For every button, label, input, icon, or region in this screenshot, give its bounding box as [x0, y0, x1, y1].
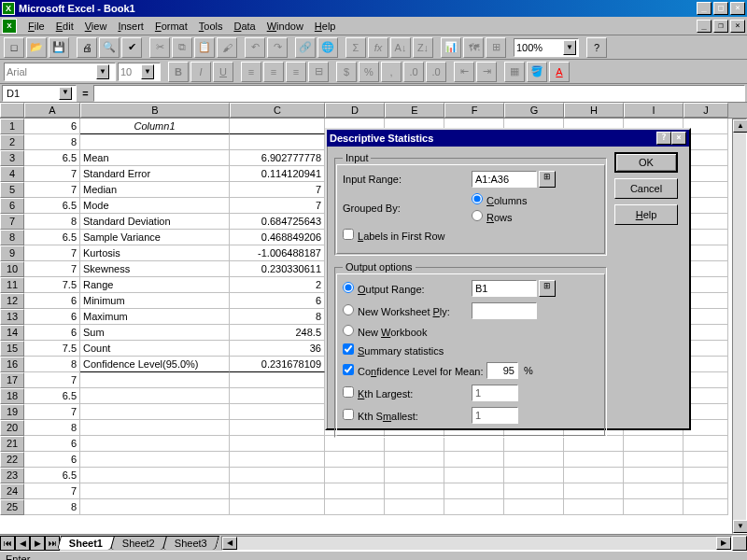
cell[interactable]: [230, 119, 325, 134]
doc-restore-button[interactable]: ❐: [713, 20, 728, 33]
cell[interactable]: 0.468849206: [230, 230, 325, 245]
cell[interactable]: [444, 452, 504, 468]
merge-button[interactable]: ⊟: [308, 62, 329, 82]
cell[interactable]: [444, 468, 504, 483]
new-worksheet-radio[interactable]: New Worksheet Ply:: [343, 304, 472, 317]
pivot-button[interactable]: ⊞: [486, 37, 506, 58]
row-header[interactable]: 7: [0, 214, 24, 230]
row-header[interactable]: 5: [0, 182, 24, 198]
cell[interactable]: 6.5: [24, 198, 80, 214]
chart-button[interactable]: 📊: [441, 37, 461, 58]
row-header[interactable]: 24: [0, 483, 24, 499]
row-header[interactable]: 12: [0, 293, 24, 309]
row-header[interactable]: 13: [0, 309, 24, 325]
cancel-button[interactable]: Cancel: [614, 178, 678, 199]
row-header[interactable]: 15: [0, 341, 24, 357]
cell[interactable]: 6.902777778: [230, 150, 325, 166]
cell[interactable]: 6.5: [24, 150, 80, 166]
labels-first-row-check[interactable]: Labels in First Row: [343, 229, 445, 242]
font-name-combo[interactable]: ▼: [4, 63, 116, 81]
cell[interactable]: [325, 483, 385, 499]
cut-button[interactable]: ✂: [149, 37, 170, 58]
column-header-G[interactable]: G: [504, 103, 564, 118]
cell[interactable]: 7: [24, 261, 80, 277]
cell[interactable]: [230, 499, 325, 515]
cell[interactable]: [80, 452, 230, 468]
vertical-scrollbar[interactable]: ▲ ▼: [732, 119, 747, 534]
cell[interactable]: [80, 483, 230, 499]
cell[interactable]: Confidence Level(95.0%): [80, 357, 230, 372]
spell-button[interactable]: ✔: [121, 37, 142, 58]
percent-button[interactable]: %: [359, 62, 379, 82]
cell[interactable]: Skewness: [80, 261, 230, 277]
preview-button[interactable]: 🔍: [99, 37, 120, 58]
kth-smallest-check[interactable]: Kth Smallest:: [343, 409, 472, 422]
row-header[interactable]: 9: [0, 245, 24, 261]
cell[interactable]: [80, 388, 230, 404]
chevron-down-icon[interactable]: ▼: [563, 40, 576, 55]
help-button[interactable]: ?: [586, 37, 607, 58]
column-header-F[interactable]: F: [444, 103, 504, 118]
cell[interactable]: 2: [230, 277, 325, 293]
cell[interactable]: 0.230330611: [230, 261, 325, 277]
row-header[interactable]: 16: [0, 357, 24, 372]
ok-button[interactable]: OK: [614, 152, 678, 173]
cell[interactable]: 7.5: [24, 341, 80, 357]
cell[interactable]: [564, 452, 624, 468]
paste-button[interactable]: 📋: [194, 37, 215, 58]
cell[interactable]: 7: [230, 182, 325, 198]
confidence-level-field[interactable]: [486, 362, 518, 379]
cell[interactable]: [624, 468, 684, 483]
row-header[interactable]: 8: [0, 230, 24, 245]
undo-button[interactable]: ↶: [245, 37, 265, 58]
scroll-left-button[interactable]: ◀: [222, 537, 237, 550]
cell[interactable]: Range: [80, 277, 230, 293]
cell[interactable]: 6: [24, 452, 80, 468]
row-header[interactable]: 11: [0, 277, 24, 293]
cell[interactable]: Maximum: [80, 309, 230, 325]
cell[interactable]: 7: [24, 182, 80, 198]
format-painter-button[interactable]: 🖌: [217, 37, 237, 58]
chevron-down-icon[interactable]: ▼: [59, 87, 72, 100]
cell[interactable]: Standard Deviation: [80, 214, 230, 230]
cell[interactable]: 6: [24, 119, 80, 134]
cell[interactable]: Sample Variance: [80, 230, 230, 245]
zoom-combo[interactable]: ▼: [514, 38, 579, 57]
row-header[interactable]: 2: [0, 134, 24, 150]
decrease-indent-button[interactable]: ⇤: [454, 62, 474, 82]
select-all-corner[interactable]: [0, 103, 24, 118]
horizontal-scrollbar[interactable]: ◀ ▶: [221, 536, 732, 551]
new-workbook-radio[interactable]: New Workbook: [343, 325, 427, 338]
italic-button[interactable]: I: [190, 62, 211, 82]
menu-view[interactable]: View: [79, 19, 113, 34]
kth-smallest-field[interactable]: [472, 407, 518, 424]
column-header-E[interactable]: E: [385, 103, 444, 118]
cell[interactable]: [564, 468, 624, 483]
cell[interactable]: 8: [230, 309, 325, 325]
cell[interactable]: 6: [24, 293, 80, 309]
save-button[interactable]: 💾: [49, 37, 69, 58]
cell[interactable]: [230, 388, 325, 404]
font-color-button[interactable]: A: [549, 62, 570, 82]
cell[interactable]: 7: [24, 404, 80, 420]
cell[interactable]: 0.114120941: [230, 166, 325, 182]
formula-input[interactable]: [93, 85, 745, 102]
cell[interactable]: Column1: [80, 119, 230, 134]
menu-help[interactable]: Help: [309, 19, 342, 34]
cell[interactable]: [684, 499, 728, 515]
underline-button[interactable]: U: [213, 62, 233, 82]
cell[interactable]: [80, 499, 230, 515]
align-center-button[interactable]: ≡: [263, 62, 284, 82]
cell[interactable]: [385, 499, 444, 515]
currency-button[interactable]: $: [336, 62, 357, 82]
column-header-H[interactable]: H: [564, 103, 624, 118]
cell[interactable]: [385, 468, 444, 483]
cell[interactable]: [325, 468, 385, 483]
cell[interactable]: [504, 452, 564, 468]
scroll-down-button[interactable]: ▼: [733, 520, 747, 533]
cell[interactable]: [80, 436, 230, 452]
scroll-up-button[interactable]: ▲: [733, 119, 747, 133]
cell[interactable]: [230, 436, 325, 452]
bold-button[interactable]: B: [168, 62, 189, 82]
chevron-down-icon[interactable]: ▼: [96, 64, 109, 79]
